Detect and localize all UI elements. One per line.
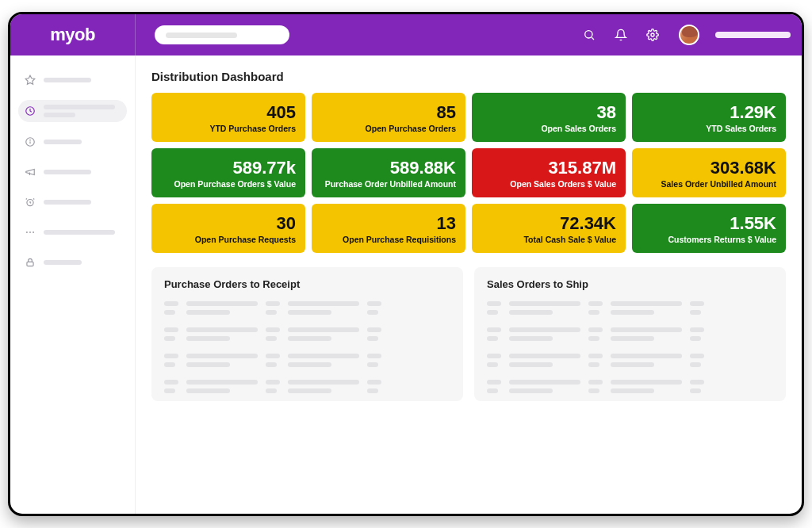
nav-label-skeleton	[44, 200, 91, 205]
kpi-value: 405	[161, 103, 296, 121]
clock-icon	[25, 105, 36, 117]
kpi-open-purchase-orders[interactable]: 85 Open Purchase Orders	[312, 93, 465, 142]
kpi-po-unbilled-amount[interactable]: 589.88K Purchase Order Unbilled Amount	[312, 148, 465, 197]
kpi-label: Sales Order Unbilled Amount	[642, 179, 776, 189]
kpi-value: 13	[321, 214, 456, 232]
kpi-label: YTD Purchase Orders	[161, 124, 296, 133]
kpi-value: 38	[481, 103, 616, 121]
svg-line-1	[592, 37, 594, 40]
sidebar-item-more[interactable]	[18, 222, 127, 243]
megaphone-icon	[25, 166, 36, 178]
kpi-value: 1.29K	[642, 103, 776, 121]
svg-point-0	[585, 31, 592, 38]
kpi-customer-returns-value[interactable]: 1.55K Customers Returns $ Value	[632, 204, 786, 253]
kpi-value: 315.87M	[481, 159, 616, 177]
kpi-open-so-value[interactable]: 315.87M Open Sales Orders $ Value	[472, 148, 626, 197]
table-row	[487, 301, 773, 315]
nav-label-skeleton	[44, 140, 82, 144]
sidebar-item-recent[interactable]	[18, 100, 127, 122]
bell-icon[interactable]	[614, 28, 628, 42]
svg-point-11	[33, 231, 34, 233]
avatar[interactable]	[679, 25, 699, 45]
panel-title: Purchase Orders to Receipt	[164, 278, 450, 290]
table-row	[164, 354, 450, 367]
user-name-skeleton	[715, 32, 791, 38]
table-row	[164, 380, 450, 393]
alarm-icon	[25, 197, 36, 208]
svg-point-10	[29, 231, 31, 233]
panel-title: Sales Orders to Ship	[487, 278, 773, 290]
search-icon[interactable]	[582, 28, 596, 42]
app-body: Distribution Dashboard 405 YTD Purchase …	[10, 55, 802, 514]
kpi-ytd-sales-orders[interactable]: 1.29K YTD Sales Orders	[632, 93, 786, 142]
kpi-label: Customers Returns $ Value	[642, 235, 776, 244]
kpi-total-cash-sale-value[interactable]: 72.34K Total Cash Sale $ Value	[472, 204, 626, 253]
app-window: myob	[8, 12, 804, 516]
app-header: myob	[10, 14, 802, 55]
kpi-label: Open Purchase Orders	[321, 124, 456, 133]
kpi-value: 589.88K	[321, 159, 456, 177]
table-row	[487, 354, 773, 367]
kpi-label: Total Cash Sale $ Value	[481, 235, 616, 244]
sidebar-item-alarm[interactable]	[18, 192, 127, 212]
info-icon	[25, 136, 36, 147]
star-icon	[25, 75, 36, 86]
nav-label-skeleton	[44, 260, 82, 265]
kpi-ytd-purchase-orders[interactable]: 405 YTD Purchase Orders	[151, 93, 305, 142]
kpi-label: Open Sales Orders	[481, 124, 616, 133]
main-content: Distribution Dashboard 405 YTD Purchase …	[136, 55, 802, 514]
nav-label-skeleton	[44, 113, 75, 117]
gear-icon[interactable]	[645, 28, 660, 42]
kpi-value: 589.77k	[161, 159, 296, 177]
lock-icon	[25, 257, 36, 268]
sidebar	[10, 55, 136, 514]
sidebar-item-announce[interactable]	[18, 162, 127, 182]
kpi-grid: 405 YTD Purchase Orders 85 Open Purchase…	[151, 93, 786, 253]
table-row	[487, 380, 773, 393]
table-skeleton	[164, 301, 450, 393]
kpi-value: 72.34K	[481, 214, 616, 232]
search-placeholder-skeleton	[166, 33, 237, 38]
sidebar-item-security[interactable]	[18, 252, 127, 273]
svg-marker-3	[25, 75, 35, 84]
kpi-so-unbilled-amount[interactable]: 303.68K Sales Order Unbilled Amount	[632, 148, 786, 197]
kpi-label: Open Sales Orders $ Value	[481, 179, 616, 189]
sidebar-item-favorites[interactable]	[18, 70, 127, 90]
svg-point-2	[651, 33, 654, 36]
svg-point-7	[30, 140, 31, 140]
kpi-open-po-value[interactable]: 589.77k Open Purchase Orders $ Value	[151, 148, 305, 197]
kpi-label: Open Purchase Orders $ Value	[161, 179, 296, 189]
page-title: Distribution Dashboard	[151, 70, 786, 83]
kpi-label: YTD Sales Orders	[642, 124, 776, 133]
search-input[interactable]	[155, 25, 289, 44]
panels-row: Purchase Orders to Receipt	[151, 267, 786, 401]
kpi-label: Purchase Order Unbilled Amount	[321, 179, 456, 189]
kpi-value: 30	[161, 214, 296, 232]
logo-container: myob	[10, 14, 136, 55]
nav-label-skeleton	[44, 230, 115, 235]
kpi-label: Open Purchase Requests	[161, 235, 296, 244]
nav-label-skeleton	[44, 78, 91, 82]
kpi-label: Open Purchase Requisitions	[321, 235, 456, 244]
panel-sales-orders-to-ship: Sales Orders to Ship	[474, 267, 786, 401]
more-icon	[25, 227, 36, 238]
svg-rect-12	[27, 262, 33, 266]
nav-label-skeleton	[44, 170, 91, 174]
svg-point-9	[26, 231, 28, 233]
table-row	[487, 327, 773, 341]
sidebar-item-info[interactable]	[18, 132, 127, 152]
kpi-open-purchase-requisitions[interactable]: 13 Open Purchase Requisitions	[312, 204, 465, 253]
table-row	[164, 327, 450, 341]
kpi-value: 1.55K	[642, 214, 776, 232]
panel-purchase-orders-to-receipt: Purchase Orders to Receipt	[151, 267, 463, 401]
nav-label-skeleton	[44, 105, 115, 109]
table-row	[164, 301, 450, 315]
kpi-value: 85	[321, 103, 456, 121]
kpi-open-purchase-requests[interactable]: 30 Open Purchase Requests	[151, 204, 305, 253]
table-skeleton	[487, 301, 773, 393]
kpi-open-sales-orders[interactable]: 38 Open Sales Orders	[472, 93, 626, 142]
kpi-value: 303.68K	[642, 159, 776, 177]
brand-logo: myob	[50, 25, 95, 45]
